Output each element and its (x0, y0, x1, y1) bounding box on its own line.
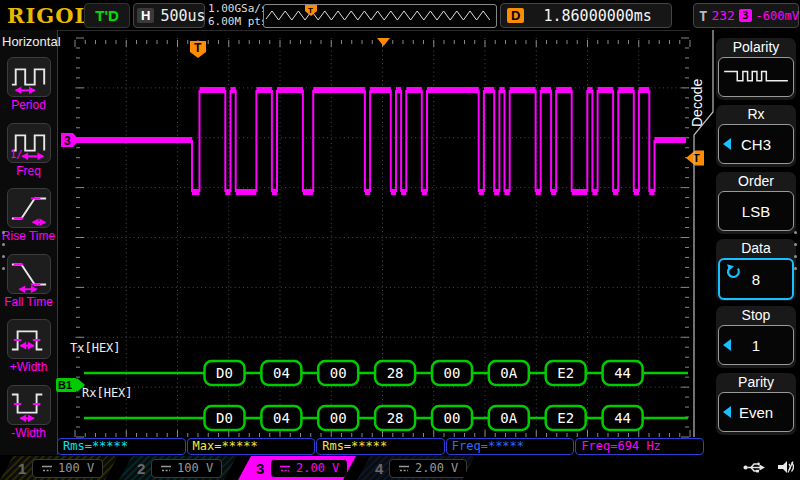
measurement-cell-2[interactable]: Max=***** (187, 438, 316, 455)
decode-byte-box: 00 (432, 361, 472, 385)
svg-text:D0: D0 (216, 365, 233, 381)
svg-text:00: 00 (444, 365, 461, 381)
decode-byte-box: 04 (261, 406, 301, 430)
svg-text:E2: E2 (557, 410, 574, 426)
decode-byte-box: 28 (375, 361, 415, 385)
decode-byte-box: 28 (375, 406, 415, 430)
trigger-level-marker[interactable]: T (686, 151, 704, 166)
channel-3-position-marker[interactable]: 3 (61, 133, 79, 148)
bus-b1-badge[interactable]: B1 (56, 378, 85, 392)
decode-byte-box: 00 (318, 406, 358, 430)
svg-text:B1: B1 (58, 379, 72, 391)
tx-decode-label: Tx[HEX] (70, 341, 121, 355)
svg-text:44: 44 (614, 410, 631, 426)
decode-byte-box: D0 (205, 361, 245, 385)
svg-text:04: 04 (273, 365, 290, 381)
decode-byte-box: 44 (603, 406, 643, 430)
decode-byte-box: 04 (261, 361, 301, 385)
decode-byte-box: 00 (318, 361, 358, 385)
svg-text:D0: D0 (216, 410, 233, 426)
decode-byte-box: E2 (546, 361, 586, 385)
svg-text:00: 00 (330, 365, 347, 381)
measurement-cell-3[interactable]: Rms=***** (316, 438, 445, 455)
decode-byte-box: E2 (546, 406, 586, 430)
svg-text:44: 44 (614, 365, 631, 381)
oscilloscope-screen: RIGOL T'D H 500us 1.00GSa/s 6.00M pts T … (0, 0, 800, 480)
decode-byte-box: D0 (205, 406, 245, 430)
rx-decode-label: Rx[HEX] (82, 386, 133, 400)
svg-text:0A: 0A (500, 365, 517, 381)
svg-text:28: 28 (387, 410, 404, 426)
svg-text:04: 04 (273, 410, 290, 426)
svg-text:3: 3 (64, 134, 71, 148)
measurement-cell-5[interactable]: Freq=694 Hz (575, 438, 704, 455)
scope-display-area: TT3D0040028000AE244D0040028000AE244B1 (0, 0, 800, 480)
measurement-cell-1[interactable]: Rms=***** (57, 438, 186, 455)
trigger-position-flag[interactable]: T (190, 41, 206, 58)
decode-byte-box: 44 (603, 361, 643, 385)
svg-text:00: 00 (444, 410, 461, 426)
svg-text:T: T (194, 41, 202, 55)
svg-text:00: 00 (330, 410, 347, 426)
measurement-cell-4[interactable]: Freq=***** (446, 438, 575, 455)
decode-byte-box: 0A (489, 361, 529, 385)
svg-text:E2: E2 (557, 365, 574, 381)
horizontal-center-marker[interactable] (377, 38, 390, 46)
measurement-bar: Rms=*****Max=*****Rms=*****Freq=*****Fre… (57, 438, 705, 455)
svg-text:0A: 0A (500, 410, 517, 426)
decode-byte-box: 00 (432, 406, 472, 430)
decode-byte-box: 0A (489, 406, 529, 430)
svg-text:28: 28 (387, 365, 404, 381)
